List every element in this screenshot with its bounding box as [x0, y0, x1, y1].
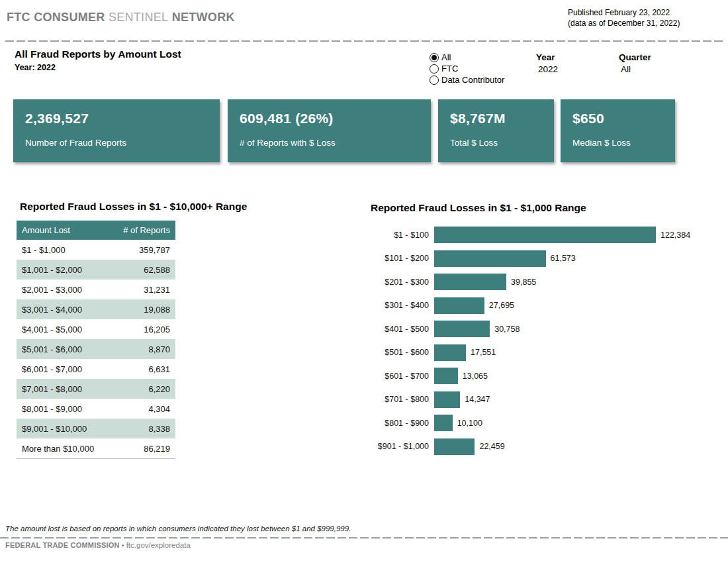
bar[interactable]	[434, 438, 475, 455]
stat-label: Number of Fraud Reports	[25, 138, 208, 148]
report-count-cell: 6,220	[111, 379, 175, 399]
stat-card-total-loss: $8,767M Total $ Loss	[438, 99, 554, 162]
quarter-filter-label: Quarter	[619, 52, 651, 62]
table-row-5-001-6-000[interactable]: $5,001 - $6,0008,870	[17, 339, 175, 359]
bar-category-label: $1 - $100	[371, 230, 434, 240]
bar[interactable]	[434, 274, 506, 290]
radio-option-label: All	[441, 52, 451, 62]
amount-lost-cell: $3,001 - $4,000	[17, 299, 111, 319]
bar-category-label: $901 - $1,000	[371, 442, 434, 451]
amount-lost-cell: $2,001 - $3,000	[17, 280, 111, 299]
brand-part-network: NETWORK	[172, 11, 235, 24]
brand-title: FTC CONSUMER SENTINEL NETWORK	[7, 11, 235, 25]
amount-lost-cell: $9,001 - $10,000	[17, 419, 111, 438]
bar-row-1-100: $1 - $100122,384	[371, 223, 715, 247]
bar-category-label: $301 - $400	[371, 301, 434, 310]
column-header-num-reports: # of Reports	[111, 221, 175, 240]
table-row-9-001-10-000[interactable]: $9,001 - $10,0008,338	[17, 419, 175, 438]
loss-table-body: $1 - $1,000359,787$1,001 - $2,00062,588$…	[17, 240, 175, 459]
footer-divider	[0, 537, 728, 538]
stat-card-number-of-fraud-reports: 2,369,527 Number of Fraud Reports	[13, 99, 220, 162]
radio-option-all[interactable]: All	[430, 52, 504, 63]
quarter-filter-value[interactable]: All	[619, 64, 651, 74]
bar-value-label: 39,855	[511, 278, 536, 287]
bar-category-label: $601 - $700	[371, 372, 434, 381]
table-row-1-001-2-000[interactable]: $1,001 - $2,00062,588	[17, 260, 175, 280]
stat-label: Median $ Loss	[572, 138, 663, 148]
year-filter: Year 2022	[536, 52, 558, 74]
amount-lost-cell: $8,001 - $9,000	[17, 399, 111, 419]
report-source-radio-group: AllFTCData Contributor	[430, 52, 504, 85]
bar-value-label: 22,459	[479, 442, 504, 451]
dashboard-page: FTC CONSUMER SENTINEL NETWORK Published …	[0, 0, 728, 563]
stat-value: $8,767M	[450, 111, 542, 127]
bar[interactable]	[434, 297, 484, 314]
bar-category-label: $401 - $500	[371, 325, 434, 334]
footer-org-name: FEDERAL TRADE COMMISSION	[5, 541, 120, 549]
stat-card-reports-with-loss: 609,481 (26%) # of Reports with $ Loss	[228, 99, 431, 162]
stat-value: $650	[572, 111, 663, 127]
bar[interactable]	[434, 368, 458, 384]
report-count-cell: 16,205	[111, 319, 175, 339]
report-count-cell: 62,588	[111, 260, 175, 280]
table-row-6-001-7-000[interactable]: $6,001 - $7,0006,631	[17, 359, 175, 379]
bar-value-label: 10,100	[457, 419, 482, 428]
table-row-8-001-9-000[interactable]: $8,001 - $9,0004,304	[17, 399, 175, 419]
bar[interactable]	[434, 250, 546, 267]
report-count-cell: 6,631	[111, 359, 175, 379]
bar-row-801-900: $801 - $90010,100	[371, 411, 715, 435]
table-row-2-001-3-000[interactable]: $2,001 - $3,00031,231	[17, 280, 175, 299]
table-row-4-001-5-000[interactable]: $4,001 - $5,00016,205	[17, 319, 175, 339]
radio-unselected-icon[interactable]	[430, 64, 439, 74]
bar[interactable]	[434, 321, 490, 337]
stat-value: 609,481 (26%)	[240, 111, 419, 127]
report-count-cell: 31,231	[111, 280, 175, 299]
stat-cards-row: 2,369,527 Number of Fraud Reports 609,48…	[13, 99, 675, 162]
bar[interactable]	[434, 415, 453, 431]
bar-row-501-600: $501 - $60017,551	[371, 341, 715, 365]
amount-lost-cell: $7,001 - $8,000	[17, 379, 111, 399]
bar-row-201-300: $201 - $30039,855	[371, 270, 715, 294]
loss-table-title: Reported Fraud Losses in $1 - $10,000+ R…	[20, 201, 247, 213]
bar-category-label: $801 - $900	[371, 419, 434, 428]
published-info: Published February 23, 2022 (data as of …	[568, 7, 680, 28]
radio-unselected-icon[interactable]	[430, 76, 439, 85]
amount-lost-cell: $1 - $1,000	[17, 240, 111, 260]
table-row-7-001-8-000[interactable]: $7,001 - $8,0006,220	[17, 379, 175, 399]
bar-row-301-400: $301 - $40027,695	[371, 294, 715, 318]
report-count-cell: 86,219	[111, 438, 175, 459]
bar-value-label: 17,551	[471, 348, 496, 357]
amount-lost-cell: $6,001 - $7,000	[17, 359, 111, 379]
footer-link[interactable]: ftc.gov/exploredata	[126, 541, 191, 549]
amount-lost-cell: $5,001 - $6,000	[17, 339, 111, 359]
column-header-amount-lost: Amount Lost	[17, 221, 111, 240]
bar-row-601-700: $601 - $70013,065	[371, 364, 715, 388]
bar-value-label: 13,065	[463, 372, 488, 381]
radio-option-ftc[interactable]: FTC	[430, 63, 504, 74]
report-count-cell: 359,787	[111, 240, 175, 260]
report-count-cell: 4,304	[111, 399, 175, 419]
bar-value-label: 14,347	[465, 395, 490, 404]
table-row-more-than-10-000[interactable]: More than $10,00086,219	[17, 438, 175, 459]
loss-table-header-row: Amount Lost # of Reports	[17, 221, 175, 240]
published-date: Published February 23, 2022	[568, 7, 680, 18]
radio-option-label: Data Contributor	[441, 75, 504, 85]
bar[interactable]	[434, 344, 466, 361]
year-filter-label: Year	[536, 52, 558, 62]
radio-option-data-contributor[interactable]: Data Contributor	[430, 74, 504, 85]
radio-selected-icon[interactable]	[430, 53, 439, 62]
amount-lost-cell: More than $10,000	[17, 438, 111, 459]
bar-value-label: 122,384	[660, 230, 690, 240]
year-filter-value[interactable]: 2022	[536, 64, 558, 74]
brand-part-sentinel: SENTINEL	[109, 11, 168, 24]
table-row-1-1-000[interactable]: $1 - $1,000359,787	[17, 240, 175, 260]
amount-lost-cell: $1,001 - $2,000	[17, 260, 111, 280]
footer-bullet: •	[122, 541, 124, 549]
bar[interactable]	[434, 391, 460, 408]
table-row-3-001-4-000[interactable]: $3,001 - $4,00019,088	[17, 299, 175, 319]
bar[interactable]	[434, 227, 656, 243]
bar-chart: $1 - $100122,384$101 - $20061,573$201 - …	[371, 223, 715, 458]
page-subtitle: Year: 2022	[15, 63, 56, 72]
report-count-cell: 19,088	[111, 299, 175, 319]
bar-value-label: 27,695	[489, 301, 514, 310]
